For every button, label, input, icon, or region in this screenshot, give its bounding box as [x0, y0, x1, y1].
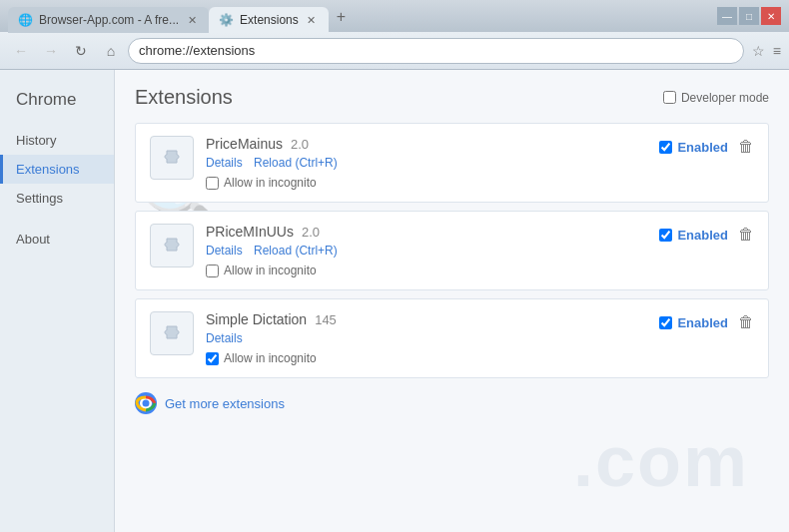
ext-delete-pricemainus[interactable]: 🗑	[738, 138, 754, 156]
ext-card-header-2: PRiceMInUUs 2.0 Details Reload (Ctrl+R) …	[150, 224, 754, 277]
ext-incognito-pricemainus: Allow in incognito	[206, 176, 754, 190]
new-tab-button[interactable]: +	[329, 2, 354, 32]
back-button[interactable]: ←	[8, 38, 34, 64]
ext-version-pricemainus: 2.0	[291, 137, 309, 152]
extensions-title: Extensions	[135, 86, 233, 109]
reload-button[interactable]: ↻	[68, 38, 94, 64]
ext-enabled-checkbox-simple-dictation[interactable]	[659, 316, 672, 329]
sidebar: Chrome History Extensions Settings About	[0, 70, 115, 532]
tab-browser-app[interactable]: 🌐 Browser-App.com - A fre... ✕	[8, 7, 209, 33]
ext-links-pricemainus: Details Reload (Ctrl+R)	[206, 156, 754, 170]
ext-icon-priceminuus	[150, 224, 194, 267]
menu-icon[interactable]: ≡	[773, 43, 781, 59]
ext-actions-pricemainus: Enabled 🗑	[659, 138, 754, 156]
ext-delete-priceminuus[interactable]: 🗑	[738, 226, 754, 244]
maximize-button[interactable]: □	[739, 7, 759, 25]
sidebar-divider	[0, 213, 114, 225]
sidebar-item-about[interactable]: About	[0, 225, 114, 254]
extension-card-simple-dictation: Simple Dictation 145 Details Allow in in…	[135, 298, 769, 378]
title-bar: 🌐 Browser-App.com - A fre... ✕ ⚙️ Extens…	[0, 0, 789, 32]
ext-enabled-label-priceminuus: Enabled	[677, 228, 728, 243]
chrome-logo-icon	[135, 392, 157, 414]
ext-card-header-1: PriceMainus 2.0 Details Reload (Ctrl+R) …	[150, 136, 754, 190]
tab-extensions[interactable]: ⚙️ Extensions ✕	[209, 7, 329, 33]
get-more-extensions: Get more extensions	[135, 392, 769, 414]
sidebar-item-history[interactable]: History	[0, 126, 114, 155]
ext-links-simple-dictation: Details	[206, 331, 754, 345]
ext-enabled-simple-dictation[interactable]: Enabled	[659, 315, 728, 330]
bookmark-star-icon[interactable]: ☆	[752, 43, 765, 59]
ext-reload-link-pricemainus[interactable]: Reload (Ctrl+R)	[254, 156, 338, 170]
forward-button[interactable]: →	[38, 38, 64, 64]
developer-mode-checkbox[interactable]	[663, 91, 676, 104]
ext-incognito-label-pricemainus: Allow in incognito	[224, 176, 317, 190]
ext-actions-simple-dictation: Enabled 🗑	[659, 313, 754, 331]
ext-delete-simple-dictation[interactable]: 🗑	[738, 313, 754, 331]
home-button[interactable]: ⌂	[98, 38, 124, 64]
minimize-button[interactable]: —	[717, 7, 737, 25]
ext-name-priceminuus: PRiceMInUUs	[206, 224, 294, 240]
ext-version-simple-dictation: 145	[315, 312, 337, 327]
tab1-favicon: 🌐	[18, 13, 33, 27]
ext-incognito-priceminuus: Allow in incognito	[206, 264, 754, 277]
tab2-label: Extensions	[240, 13, 299, 27]
sidebar-item-extensions[interactable]: Extensions	[0, 155, 114, 184]
address-input[interactable]	[139, 43, 733, 58]
ext-incognito-checkbox-priceminuus[interactable]	[206, 265, 219, 277]
ext-details-link-simple-dictation[interactable]: Details	[206, 331, 243, 345]
developer-mode-toggle[interactable]: Developer mode	[663, 91, 769, 105]
ext-incognito-checkbox-simple-dictation[interactable]	[206, 352, 219, 365]
ext-enabled-priceminuus[interactable]: Enabled	[659, 228, 728, 243]
tab2-close[interactable]: ✕	[305, 13, 319, 27]
ext-enabled-label-simple-dictation: Enabled	[677, 315, 728, 330]
extension-card-priceminuus: PRiceMInUUs 2.0 Details Reload (Ctrl+R) …	[135, 211, 769, 290]
ext-card-header-3: Simple Dictation 145 Details Allow in in…	[150, 311, 754, 365]
ext-enabled-checkbox-priceminuus[interactable]	[659, 229, 672, 242]
extensions-header: Extensions Developer mode	[135, 86, 769, 109]
address-bar[interactable]	[128, 38, 744, 64]
sidebar-title: Chrome	[0, 86, 114, 126]
extension-card-pricemainus: PriceMainus 2.0 Details Reload (Ctrl+R) …	[135, 123, 769, 203]
ext-name-simple-dictation: Simple Dictation	[206, 311, 307, 327]
ext-enabled-pricemainus[interactable]: Enabled	[659, 140, 728, 155]
tab2-favicon: ⚙️	[219, 13, 234, 27]
ext-details-link-pricemainus[interactable]: Details	[206, 156, 243, 170]
ext-details-link-priceminuus[interactable]: Details	[206, 244, 243, 258]
ext-icon-simple-dictation	[150, 311, 194, 355]
developer-mode-label: Developer mode	[681, 91, 769, 105]
ext-reload-link-priceminuus[interactable]: Reload (Ctrl+R)	[254, 244, 338, 258]
nav-bar: ← → ↻ ⌂ ☆ ≡	[0, 32, 789, 70]
content-area: Chrome History Extensions Settings About…	[0, 70, 789, 532]
tab1-close[interactable]: ✕	[185, 13, 199, 27]
sidebar-item-settings[interactable]: Settings	[0, 184, 114, 213]
ext-incognito-simple-dictation: Allow in incognito	[206, 351, 754, 365]
ext-incognito-label-priceminuus: Allow in incognito	[224, 264, 317, 277]
watermark-text: .com	[573, 420, 749, 502]
svg-point-2	[143, 400, 150, 407]
extensions-content: 🔍 .com Extensions Developer mode	[115, 70, 789, 532]
ext-incognito-label-simple-dictation: Allow in incognito	[224, 351, 317, 365]
tabs-area: 🌐 Browser-App.com - A fre... ✕ ⚙️ Extens…	[8, 0, 709, 32]
close-button[interactable]: ✕	[761, 7, 781, 25]
ext-links-priceminuus: Details Reload (Ctrl+R)	[206, 244, 754, 258]
window-controls: — □ ✕	[717, 7, 781, 25]
ext-incognito-checkbox-pricemainus[interactable]	[206, 177, 219, 190]
get-more-extensions-link[interactable]: Get more extensions	[165, 396, 285, 411]
ext-enabled-label-pricemainus: Enabled	[677, 140, 728, 155]
ext-name-pricemainus: PriceMainus	[206, 136, 283, 152]
ext-icon-pricemainus	[150, 136, 194, 180]
browser-frame: 🌐 Browser-App.com - A fre... ✕ ⚙️ Extens…	[0, 0, 789, 532]
ext-version-priceminuus: 2.0	[302, 225, 320, 240]
tab1-label: Browser-App.com - A fre...	[39, 13, 179, 27]
ext-actions-priceminuus: Enabled 🗑	[659, 226, 754, 244]
ext-enabled-checkbox-pricemainus[interactable]	[659, 141, 672, 154]
